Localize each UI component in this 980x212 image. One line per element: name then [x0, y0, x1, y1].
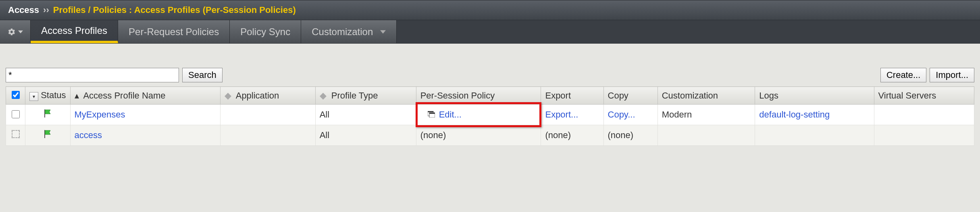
filter-dropdown-icon[interactable]: ▾ [29, 92, 38, 101]
row-customization-cell [657, 125, 755, 146]
tab-per-request-policies[interactable]: Per-Request Policies [118, 20, 230, 43]
header-label: Application [236, 90, 279, 101]
header-virtual-servers: Virtual Servers [874, 87, 974, 105]
table-row: access All (none) (none) (non [6, 125, 974, 146]
header-label: Per-Session Policy [420, 90, 495, 101]
header-label: Customization [662, 90, 718, 101]
import-button[interactable]: Import... [930, 68, 974, 82]
right-buttons: Create... Import... [880, 68, 974, 82]
copy-link[interactable]: Copy... [608, 109, 635, 120]
search-button[interactable]: Search [182, 68, 223, 82]
row-status-cell [25, 125, 71, 146]
row-status-cell [25, 105, 71, 125]
sort-icon: ◆ [320, 90, 327, 101]
create-button[interactable]: Create... [880, 68, 926, 82]
logs-link[interactable]: default-log-setting [759, 109, 830, 120]
row-export-cell: (none) [541, 125, 603, 146]
header-per-session: Per-Session Policy [416, 87, 541, 105]
settings-gear-button[interactable] [0, 20, 31, 43]
row-per-session-cell[interactable]: Edit... [416, 105, 541, 125]
edit-policy-link[interactable]: Edit... [439, 109, 462, 120]
cell-value: Modern [662, 109, 692, 120]
profile-name-link[interactable]: MyExpenses [75, 109, 125, 120]
header-status[interactable]: ▾ Status [25, 87, 71, 105]
window-icon [428, 109, 435, 120]
row-copy-cell: (none) [603, 125, 657, 146]
header-label: Profile Type [331, 90, 378, 101]
tab-access-profiles[interactable]: Access Profiles [31, 20, 118, 43]
tab-customization[interactable]: Customization [301, 20, 397, 43]
header-label: Logs [759, 90, 778, 101]
select-all-checkbox[interactable] [12, 91, 20, 99]
svg-rect-2 [428, 111, 433, 112]
tab-label: Customization [312, 26, 373, 38]
tab-label: Per-Request Policies [129, 26, 219, 38]
row-logs-cell [755, 125, 874, 146]
breadcrumb-sub: Profiles / Policies : Access Profiles (P… [53, 5, 296, 15]
content-area: Search Create... Import... ▾ Status [0, 44, 980, 146]
cell-value: All [320, 109, 329, 120]
row-select-cell[interactable] [6, 105, 25, 125]
row-name-cell[interactable]: MyExpenses [70, 105, 220, 125]
disabled-checkbox-icon [12, 130, 20, 138]
row-name-cell[interactable]: access [70, 125, 220, 146]
tab-policy-sync[interactable]: Policy Sync [230, 20, 301, 43]
flag-icon [43, 109, 52, 121]
header-copy: Copy [603, 87, 657, 105]
row-virtual-servers-cell [874, 105, 974, 125]
flag-icon [43, 129, 52, 141]
header-label: Copy [608, 90, 628, 101]
row-copy-cell[interactable]: Copy... [603, 105, 657, 125]
chevron-down-icon [380, 30, 386, 34]
row-select-cell [6, 125, 25, 146]
tab-label: Policy Sync [240, 26, 290, 38]
cell-value: (none) [420, 130, 446, 140]
header-label: Virtual Servers [878, 90, 936, 101]
row-application-cell [220, 125, 315, 146]
header-profile-type[interactable]: ◆ Profile Type [315, 87, 416, 105]
search-input[interactable] [6, 68, 179, 82]
header-label: Status [41, 90, 66, 100]
header-application[interactable]: ◆ Application [220, 87, 315, 105]
profile-name-link[interactable]: access [75, 130, 102, 140]
row-per-session-cell: (none) [416, 125, 541, 146]
header-customization: Customization [657, 87, 755, 105]
header-label: Access Profile Name [83, 90, 165, 101]
header-select-all[interactable] [6, 87, 25, 105]
table-row: MyExpenses All Edit... [6, 105, 974, 125]
row-customization-cell: Modern [657, 105, 755, 125]
row-checkbox[interactable] [12, 110, 20, 118]
header-export: Export [541, 87, 603, 105]
sort-asc-icon: ▴ [75, 90, 79, 101]
search-group: Search [6, 68, 223, 82]
gear-icon [8, 28, 16, 36]
cell-value: (none) [545, 130, 571, 140]
svg-rect-4 [429, 113, 435, 114]
chevron-down-icon [18, 29, 23, 34]
row-virtual-servers-cell [874, 125, 974, 146]
header-name[interactable]: ▴ Access Profile Name [70, 87, 220, 105]
toolbar: Search Create... Import... [6, 68, 974, 82]
breadcrumb-main: Access [8, 5, 39, 15]
row-profile-type-cell: All [315, 105, 416, 125]
profiles-table: ▾ Status ▴ Access Profile Name ◆ Applica… [6, 86, 974, 146]
cell-value: All [320, 130, 329, 140]
row-profile-type-cell: All [315, 125, 416, 146]
table-header-row: ▾ Status ▴ Access Profile Name ◆ Applica… [6, 87, 974, 105]
export-link[interactable]: Export... [545, 109, 578, 120]
tab-bar: Access Profiles Per-Request Policies Pol… [0, 20, 980, 44]
sort-icon: ◆ [225, 90, 231, 101]
row-application-cell [220, 105, 315, 125]
row-logs-cell[interactable]: default-log-setting [755, 105, 874, 125]
cell-value: (none) [608, 130, 634, 140]
breadcrumb-sep: ›› [43, 5, 49, 15]
breadcrumb: Access ›› Profiles / Policies : Access P… [0, 0, 980, 20]
tab-label: Access Profiles [41, 25, 107, 36]
header-logs: Logs [755, 87, 874, 105]
header-label: Export [545, 90, 571, 101]
row-export-cell[interactable]: Export... [541, 105, 603, 125]
